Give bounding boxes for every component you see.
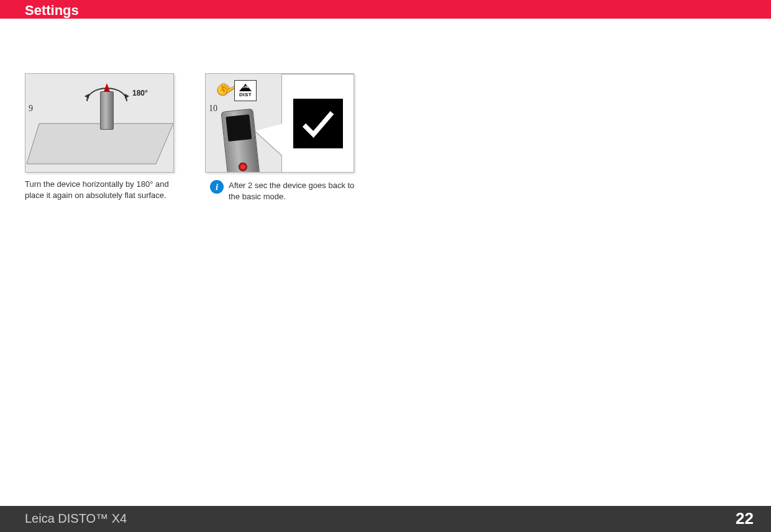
device-screen	[226, 114, 252, 142]
step-caption: Turn the device horizontally by 180° and…	[25, 179, 186, 201]
step-10: 10 ☝ ON DIST i After 2 sec the device go…	[205, 73, 367, 202]
page-footer: Leica DISTO™ X4 22	[0, 506, 771, 532]
figure-step-10: 10 ☝ ON DIST	[205, 73, 354, 173]
on-dist-button-icon: ON DIST	[234, 80, 257, 101]
product-name: Leica DISTO™ X4	[25, 512, 127, 526]
checkmark-icon	[293, 99, 343, 148]
confirmation-callout	[281, 74, 354, 173]
page-header: Settings	[0, 0, 771, 19]
step-number: 10	[209, 104, 217, 114]
info-note: i After 2 sec the device goes back to th…	[210, 180, 367, 202]
device-illustration	[221, 109, 260, 173]
step-number: 9	[29, 104, 33, 114]
on-label: ON	[242, 85, 249, 89]
step-9: 9 180° Turn the device horizontally by 1…	[25, 73, 186, 201]
content-area: 9 180° Turn the device horizontally by 1…	[0, 19, 771, 56]
device-red-button	[238, 162, 247, 171]
header-title: Settings	[25, 2, 79, 18]
device-illustration	[100, 91, 114, 130]
svg-marker-0	[27, 124, 173, 164]
info-icon: i	[210, 180, 224, 194]
angle-label: 180°	[132, 89, 148, 97]
dist-label: DIST	[239, 92, 252, 97]
callout-tail	[255, 124, 283, 156]
page-number: 22	[736, 509, 754, 528]
figure-step-9: 9 180°	[25, 73, 174, 173]
info-text: After 2 sec the device goes back to the …	[229, 180, 367, 202]
